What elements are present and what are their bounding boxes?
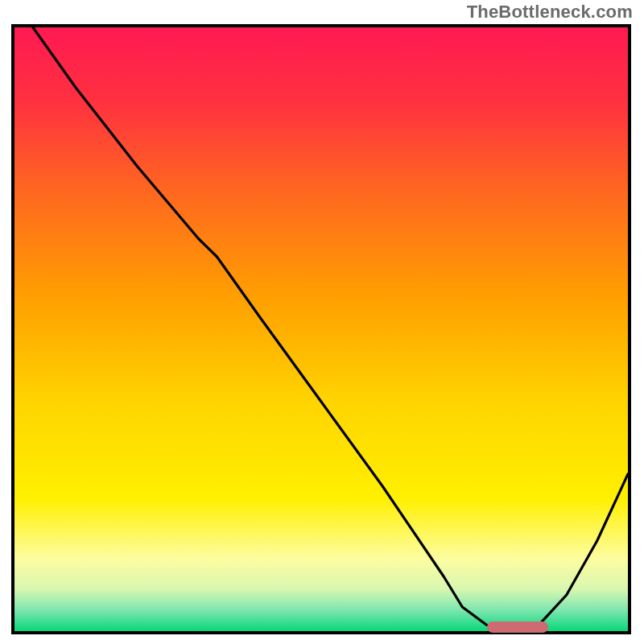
- chart-plot-svg: [14, 27, 628, 631]
- optimal-range-marker: [487, 621, 548, 633]
- watermark-text: TheBottleneck.com: [467, 2, 633, 23]
- chart-container: TheBottleneck.com: [0, 0, 644, 644]
- gradient-rect: [14, 27, 628, 631]
- chart-frame: [11, 24, 631, 634]
